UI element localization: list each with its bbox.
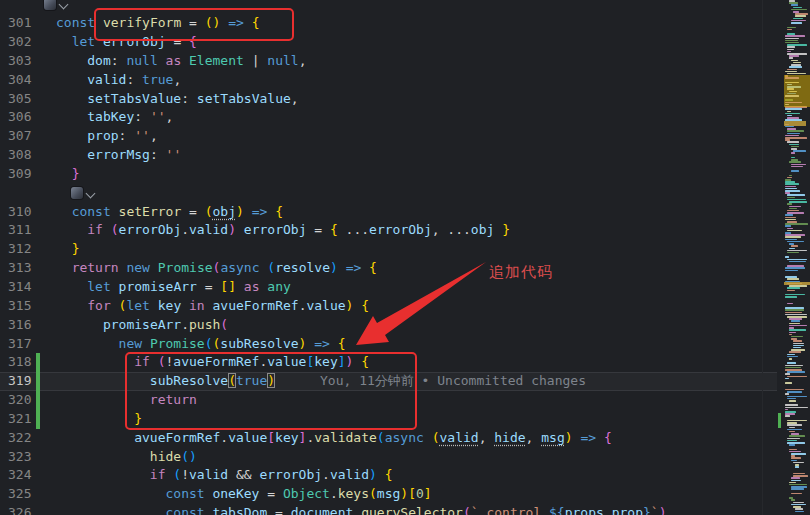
code-text: valid: true, (56, 71, 181, 90)
code-line[interactable]: 313return new Promise(async (resolve) =>… (0, 259, 810, 278)
code-text: } (56, 240, 79, 259)
code-text: promiseArr.push( (56, 316, 228, 335)
author-avatar-icon[interactable] (71, 187, 83, 199)
blame-annotation-row[interactable] (0, 184, 810, 203)
code-text: for (let key in avueFormRef.value) { (56, 297, 369, 316)
gold-line-2 (784, 282, 810, 285)
line-number[interactable]: 312 (8, 240, 38, 259)
git-added-change-bar (36, 391, 40, 410)
code-line[interactable]: 308errorMsg: '' (0, 146, 810, 165)
code-line[interactable]: 312} (0, 240, 810, 259)
line-number[interactable]: 326 (8, 504, 38, 515)
code-text: const verifyForm = () => { (56, 14, 260, 33)
line-number[interactable]: 306 (8, 108, 38, 127)
line-number[interactable]: 315 (8, 297, 38, 316)
code-line[interactable]: 304valid: true, (0, 71, 810, 90)
inline-blame-text: You, 11分钟前 • Uncommitted changes (320, 372, 586, 391)
code-line[interactable]: 302let errorObj = { (0, 33, 810, 52)
code-text: tabKey: '', (56, 108, 173, 127)
line-number[interactable]: 321 (8, 410, 38, 429)
code-text: } (56, 410, 142, 429)
line-number[interactable]: 317 (8, 335, 38, 354)
gold-line-1 (784, 121, 806, 126)
line-number[interactable]: 320 (8, 391, 38, 410)
code-line[interactable]: 325const oneKey = Object.keys(msg)[0] (0, 485, 810, 504)
line-number[interactable]: 319 (8, 372, 38, 391)
code-line[interactable]: 309} (0, 165, 810, 184)
line-number[interactable]: 305 (8, 90, 38, 109)
code-text: } (56, 165, 79, 184)
code-line[interactable]: 310const setError = (obj) => { (0, 203, 810, 222)
code-text: prop: '', (56, 127, 158, 146)
code-line[interactable]: 318if (!avueFormRef.value[key]) { (0, 353, 810, 372)
git-added-change-bar (36, 353, 40, 372)
code-line[interactable]: 323hide() (0, 448, 810, 467)
code-text: const tabsDom = document.querySelector(`… (56, 504, 666, 515)
author-avatar-icon[interactable] (44, 0, 56, 10)
chevron-down-icon[interactable] (59, 0, 69, 10)
line-number[interactable]: 304 (8, 71, 38, 90)
code-text: let errorObj = { (56, 33, 197, 52)
code-line[interactable]: 319subResolve(true)You, 11分钟前 • Uncommit… (0, 372, 810, 391)
code-line[interactable]: 317new Promise((subResolve) => { (0, 335, 810, 354)
editor-rows: 301const verifyForm = () => {302let erro… (0, 0, 810, 515)
code-line[interactable]: 324if (!valid && errorObj.valid) { (0, 466, 810, 485)
minimap[interactable] (784, 0, 810, 515)
blame-annotation-row[interactable] (0, 0, 810, 14)
line-number[interactable]: 322 (8, 429, 38, 448)
code-text: if (!valid && errorObj.valid) { (56, 466, 393, 485)
code-text: new Promise((subResolve) => { (56, 335, 346, 354)
code-line[interactable]: 301const verifyForm = () => { (0, 14, 810, 33)
line-number[interactable]: 310 (8, 203, 38, 222)
code-text: dom: null as Element | null, (56, 52, 306, 71)
search-highlight-block (784, 75, 810, 107)
line-number[interactable]: 318 (8, 353, 38, 372)
line-number[interactable]: 311 (8, 221, 38, 240)
code-text: const setError = (obj) => { (56, 203, 283, 222)
code-text: setTabsValue: setTabsValue, (56, 90, 299, 109)
code-line[interactable]: 322avueFormRef.value[key].validate(async… (0, 429, 810, 448)
code-line[interactable]: 315for (let key in avueFormRef.value) { (0, 297, 810, 316)
line-number[interactable]: 314 (8, 278, 38, 297)
code-line[interactable]: 311if (errorObj.valid) errorObj = { ...e… (0, 221, 810, 240)
line-number[interactable]: 302 (8, 33, 38, 52)
code-line[interactable]: 303dom: null as Element | null, (0, 52, 810, 71)
git-added-change-bar (36, 372, 40, 391)
code-line[interactable]: 307prop: '', (0, 127, 810, 146)
editor-surface[interactable]: 301const verifyForm = () => {302let erro… (0, 0, 810, 515)
line-number[interactable]: 301 (8, 14, 38, 33)
code-text: if (errorObj.valid) errorObj = { ...erro… (56, 221, 510, 240)
line-number[interactable]: 316 (8, 316, 38, 335)
code-line[interactable]: 316promiseArr.push( (0, 316, 810, 335)
line-number[interactable]: 303 (8, 52, 38, 71)
added-change-mark (778, 413, 781, 428)
minimap-divider (762, 0, 763, 515)
line-number[interactable]: 325 (8, 485, 38, 504)
code-text: let promiseArr = [] as any (56, 278, 291, 297)
chevron-down-icon[interactable] (86, 188, 96, 198)
code-line[interactable]: 314let promiseArr = [] as any (0, 278, 810, 297)
line-number[interactable]: 308 (8, 146, 38, 165)
line-number[interactable]: 307 (8, 127, 38, 146)
line-number[interactable]: 309 (8, 165, 38, 184)
code-line[interactable]: 321} (0, 410, 810, 429)
code-text: avueFormRef.value[key].validate(async (v… (56, 429, 612, 448)
line-number[interactable]: 324 (8, 466, 38, 485)
code-text: subResolve(true) (56, 372, 275, 391)
line-number[interactable]: 313 (8, 259, 38, 278)
code-text: hide() (56, 448, 197, 467)
code-line[interactable]: 305setTabsValue: setTabsValue, (0, 90, 810, 109)
code-text: const oneKey = Object.keys(msg)[0] (56, 485, 432, 504)
code-text: return (56, 391, 197, 410)
code-line[interactable]: 320return (0, 391, 810, 410)
git-added-change-bar (36, 410, 40, 429)
code-text: if (!avueFormRef.value[key]) { (56, 353, 369, 372)
code-text: errorMsg: '' (56, 146, 181, 165)
line-number[interactable]: 323 (8, 448, 38, 467)
code-text: return new Promise(async (resolve) => { (56, 259, 377, 278)
code-line[interactable]: 326const tabsDom = document.querySelecto… (0, 504, 810, 515)
code-line[interactable]: 306tabKey: '', (0, 108, 810, 127)
